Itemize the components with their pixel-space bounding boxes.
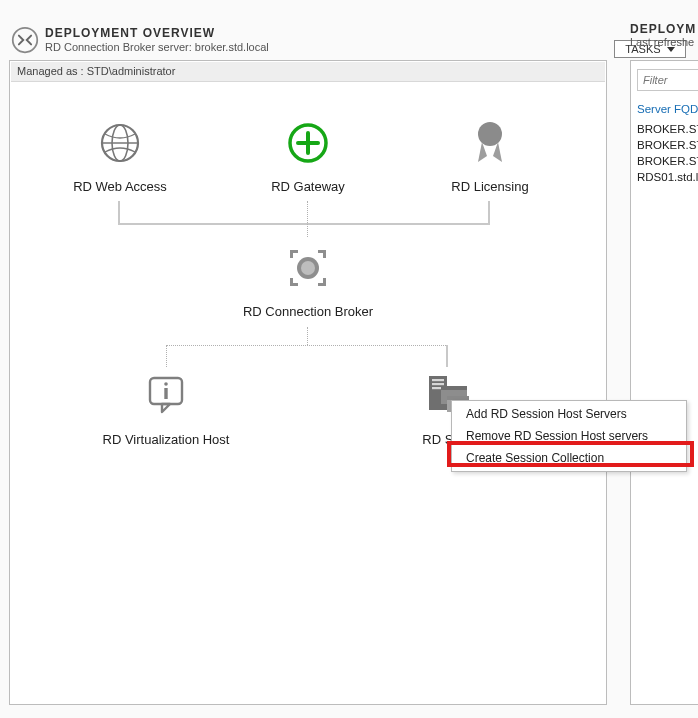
connector-line bbox=[446, 345, 448, 367]
node-label: RD Licensing bbox=[410, 179, 570, 194]
connector-dotted bbox=[307, 201, 308, 237]
server-row[interactable]: RDS01.std.l bbox=[637, 169, 698, 185]
info-bubble-icon bbox=[142, 372, 190, 420]
menu-create-session-collection[interactable]: Create Session Collection bbox=[452, 447, 686, 469]
connector-dotted bbox=[166, 345, 448, 346]
side-panel-body: Server FQD BROKER.STD BROKER.STD BROKER.… bbox=[630, 60, 698, 705]
svg-rect-14 bbox=[432, 379, 444, 381]
refresh-arrows-icon bbox=[11, 26, 39, 54]
svg-rect-12 bbox=[164, 388, 167, 399]
node-label: RD Gateway bbox=[228, 179, 388, 194]
node-rd-connection-broker[interactable]: RD Connection Broker bbox=[218, 238, 398, 319]
svg-rect-18 bbox=[441, 386, 467, 390]
svg-rect-15 bbox=[432, 383, 444, 385]
managed-as-bar: Managed as : STD\administrator bbox=[11, 62, 605, 82]
menu-remove-rd-session-host[interactable]: Remove RD Session Host servers bbox=[452, 425, 686, 447]
node-label: RD Web Access bbox=[40, 179, 200, 194]
connector-line bbox=[118, 201, 120, 225]
topology-canvas: RD Web Access RD Gateway RD Licensin bbox=[10, 83, 606, 704]
connector-dotted bbox=[307, 327, 308, 345]
node-rd-licensing[interactable]: RD Licensing bbox=[410, 113, 570, 194]
svg-point-11 bbox=[164, 382, 168, 386]
server-row[interactable]: BROKER.STD bbox=[637, 153, 698, 169]
connector-line bbox=[118, 223, 490, 225]
server-row[interactable]: BROKER.STD bbox=[637, 121, 698, 137]
add-plus-icon bbox=[285, 120, 331, 166]
globe-icon bbox=[97, 120, 143, 166]
side-panel-subtitle: Last refreshe bbox=[630, 36, 698, 48]
panel-title: DEPLOYMENT OVERVIEW bbox=[45, 26, 607, 40]
ribbon-award-icon bbox=[467, 118, 513, 168]
context-menu: Add RD Session Host Servers Remove RD Se… bbox=[451, 400, 687, 472]
menu-add-rd-session-host[interactable]: Add RD Session Host Servers bbox=[452, 403, 686, 425]
node-rd-web-access[interactable]: RD Web Access bbox=[40, 113, 200, 194]
node-rd-virtualization-host[interactable]: RD Virtualization Host bbox=[86, 366, 246, 447]
svg-point-7 bbox=[478, 122, 502, 146]
svg-point-9 bbox=[301, 261, 315, 275]
connector-line bbox=[488, 201, 490, 225]
column-header-server-fqdn[interactable]: Server FQD bbox=[637, 103, 698, 115]
side-panel-title: DEPLOYM bbox=[630, 22, 698, 36]
server-row[interactable]: BROKER.STD bbox=[637, 137, 698, 153]
node-rd-gateway[interactable]: RD Gateway bbox=[228, 113, 388, 194]
svg-point-0 bbox=[13, 28, 38, 53]
filter-input[interactable] bbox=[637, 69, 698, 91]
connector-dotted bbox=[166, 345, 167, 367]
node-label: RD Connection Broker bbox=[218, 304, 398, 319]
panel-subtitle: RD Connection Broker server: broker.std.… bbox=[45, 41, 607, 53]
target-circle-icon bbox=[284, 244, 332, 292]
node-label: RD Virtualization Host bbox=[86, 432, 246, 447]
